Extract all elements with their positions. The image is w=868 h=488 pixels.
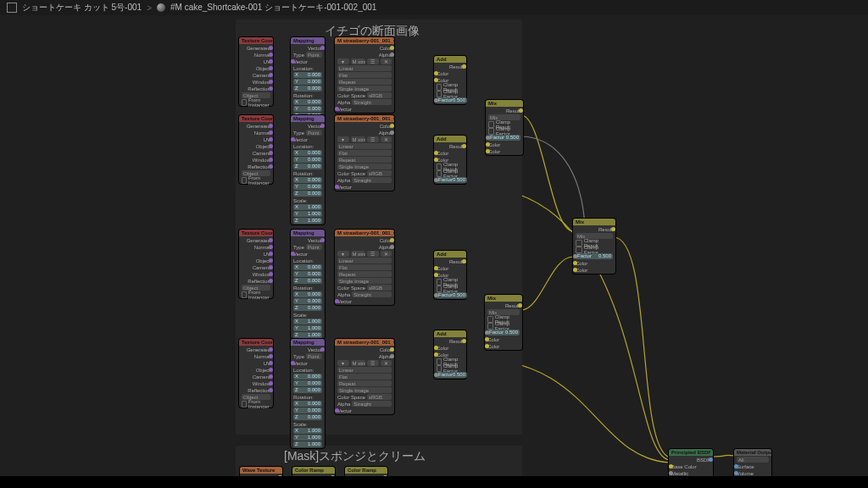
node-texcoord-1[interactable]: Texture Coordinate Generated Normal UV O… (239, 37, 273, 106)
node-header[interactable]: Add (434, 56, 466, 63)
node-color-ramp-2[interactable]: Color Ramp Color (345, 467, 387, 476)
node-image-texture-2[interactable]: M strawberry-001_001_tx_albedo.png Color… (335, 115, 394, 191)
object-icon (7, 3, 17, 13)
breadcrumb-item-2[interactable]: #M cake_Shortcake-001 ショートケーキ-001-002_00… (170, 2, 376, 14)
node-material-output[interactable]: Material Output All Surface Volume Displ… (734, 449, 771, 476)
node-texcoord-3[interactable]: Texture Coordinate Generated Normal UV O… (239, 230, 273, 298)
image-open[interactable]: ☰ (367, 58, 379, 64)
node-principled-bsdf[interactable]: Principled BSDF BSDF Base Color Metallic… (669, 449, 713, 476)
node-mix-center[interactable]: Mix Result Mix Clamp Result Clamp Factor… (573, 219, 615, 274)
from-instancer-check[interactable] (242, 99, 247, 106)
material-icon (157, 3, 165, 12)
node-color-ramp-1[interactable]: Color Ramp Color (292, 467, 335, 476)
breadcrumb-separator: > (147, 3, 152, 13)
node-editor-canvas[interactable]: イチゴの断面画像 [Mask]スポンジとクリーム Texture Coordin… (0, 15, 868, 476)
node-mapping-4[interactable]: Mapping Vector TypePoint Vector Location… (291, 339, 325, 448)
node-image-texture-3[interactable]: M strawberry-001_001_tx_albedo.png Color… (335, 230, 394, 305)
node-image-texture-4[interactable]: M strawberry-001_001_tx_albedo.png Color… (335, 339, 394, 414)
node-mix-1[interactable]: Mix Result Mix Clamp Result Clamp Factor… (486, 100, 523, 155)
frame-label-2: [Mask]スポンジとクリーム (284, 449, 426, 464)
node-mix-2[interactable]: Mix Result Mix Clamp Result Clamp Factor… (485, 295, 522, 350)
image-new[interactable]: ✕ (381, 58, 392, 64)
node-image-texture-1[interactable]: M strawberry-001_001_tx_albedo.png Color… (335, 37, 394, 113)
node-texcoord-2[interactable]: Texture Coordinate Generated Normal UV O… (239, 115, 273, 184)
node-mapping-3[interactable]: Mapping Vector TypePoint Vector Location… (291, 230, 325, 339)
node-header[interactable]: Texture Coordinate (239, 37, 273, 44)
node-header[interactable]: Mapping (291, 37, 325, 44)
image-browse[interactable]: ▾ (337, 58, 349, 64)
breadcrumb-item-1[interactable]: ショートケーキ カット 5号-001 (22, 2, 142, 14)
node-texcoord-4[interactable]: Texture Coordinate Generated Normal UV O… (239, 339, 273, 408)
node-wave-texture[interactable]: Wave Texture Color (240, 467, 282, 476)
node-mix-add-1a[interactable]: Add Result Color Color Clamp Result Clam… (434, 56, 466, 104)
bottom-black-bar (0, 476, 868, 488)
node-mix-add-1b[interactable]: Add Result Color Color Clamp Result Clam… (434, 136, 466, 184)
node-header[interactable]: M strawberry-001_001_tx_albedo.png (335, 37, 394, 44)
node-mapping-2[interactable]: Mapping Vector TypePoint Vector Location… (291, 115, 325, 225)
breadcrumb: ショートケーキ カット 5号-001 > #M cake_Shortcake-0… (0, 0, 868, 15)
node-mix-add-2a[interactable]: Add Result Color Color Clamp Result Clam… (434, 251, 466, 299)
node-header[interactable]: Mix (486, 100, 523, 107)
node-mix-add-2b[interactable]: Add Result Color Color Clamp Result Clam… (434, 330, 466, 379)
